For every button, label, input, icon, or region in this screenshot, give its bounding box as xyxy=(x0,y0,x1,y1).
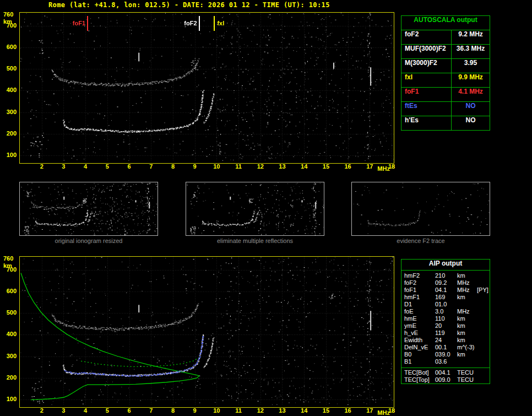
x-tick-label: 5 xyxy=(101,163,114,170)
aip-row-extra xyxy=(477,344,490,351)
aip-row-label: DelN_vE xyxy=(401,344,435,351)
y-axis-max-label: 760 xyxy=(3,11,18,18)
autoscala-rows: foF29.2 MHzMUF(3000)F236.3 MHzM(3000)F23… xyxy=(401,30,490,130)
autoscala-row: M(3000)F23.95 xyxy=(401,59,490,73)
x-tick-label: 9 xyxy=(188,407,202,414)
aip-row: hmE110km xyxy=(401,315,490,322)
aip-separator xyxy=(401,368,490,368)
x-tick-label: 11 xyxy=(232,407,245,414)
autoscala-row-value: 4.1 MHz xyxy=(452,88,490,101)
autoscala-row: ftEsNO xyxy=(401,102,490,116)
aip-panel: AIP output hmF2210kmfoF209.2MHzfoF104.1M… xyxy=(401,259,490,384)
aip-row-label: D1 xyxy=(401,301,435,308)
bottom-ionogram-plot xyxy=(19,256,394,408)
autoscala-panel-title: AUTOSCALA output xyxy=(401,16,490,30)
x-tick-label: 12 xyxy=(254,163,267,170)
aip-row-value: 20 xyxy=(435,322,457,329)
autoscala-row-label: h'Es xyxy=(401,116,452,130)
y-tick-label: 500 xyxy=(2,309,17,316)
thumbnail-eliminate-canvas xyxy=(186,182,324,235)
aip-row-label: Ewidth xyxy=(401,337,435,344)
aip-row-label: h_vE xyxy=(401,329,435,337)
aip-row-value: 24 xyxy=(435,337,457,344)
marker-label-foF1: foF1 xyxy=(61,20,85,26)
aip-row-label: hmF2 xyxy=(401,272,435,279)
top-ionogram-canvas xyxy=(20,13,394,161)
x-tick-label: 5 xyxy=(101,407,114,414)
thumbnail-eliminate-reflections xyxy=(186,182,324,236)
x-tick-label: 17 xyxy=(363,407,376,414)
x-tick-label: 4 xyxy=(79,163,92,170)
aip-tec-row-value: 009.0 xyxy=(435,376,457,383)
x-tick-label: 15 xyxy=(319,407,333,414)
aip-row-unit: m^(-3) xyxy=(457,344,477,351)
aip-row: DelN_vE00.1m^(-3) xyxy=(401,344,490,351)
x-tick-label: 10 xyxy=(210,163,223,170)
aip-row-value: 169 xyxy=(435,294,457,301)
x-tick-label: 11 xyxy=(232,163,245,170)
autoscala-row: fxI9.9 MHz xyxy=(401,73,490,88)
aip-tec-row-unit: TECU xyxy=(457,376,477,383)
x-tick-label: 13 xyxy=(275,407,289,414)
aip-panel-title: AIP output xyxy=(401,260,490,271)
bottom-ionogram-canvas xyxy=(20,257,394,405)
aip-row-value: 00.1 xyxy=(435,344,457,351)
thumbnail-caption: original ionogram resized xyxy=(19,237,158,244)
y-tick-label: 600 xyxy=(2,288,17,294)
thumbnail-original-ionogram xyxy=(19,182,158,236)
y-tick-label: 200 xyxy=(2,374,17,381)
aip-row-unit xyxy=(457,358,477,365)
y-tick-label: 100 xyxy=(2,396,17,402)
autoscala-row-label: foF2 xyxy=(401,30,452,44)
y-tick-label: 300 xyxy=(2,109,17,115)
x-tick-label: 6 xyxy=(123,407,136,414)
x-tick-label: 14 xyxy=(297,163,311,170)
aip-row-value: 09.2 xyxy=(435,279,457,287)
aip-row: hmF1169km xyxy=(401,294,490,301)
aip-row-unit: MHz xyxy=(457,279,477,287)
x-tick-label: 17 xyxy=(363,163,376,170)
aip-row-extra xyxy=(477,308,490,315)
x-tick-label: 8 xyxy=(166,163,180,170)
aip-row-unit: km xyxy=(457,315,477,322)
aip-row-unit: MHz xyxy=(457,308,477,315)
aip-row-unit: km xyxy=(457,337,477,344)
aip-row: B103.6 xyxy=(401,358,490,365)
y-tick-label: 400 xyxy=(2,331,17,337)
autoscala-row-value: 36.3 MHz xyxy=(452,45,490,58)
y-tick-label: 200 xyxy=(2,130,17,137)
aip-tec-row-unit: TECU xyxy=(457,369,477,376)
aip-row-extra xyxy=(477,272,490,279)
x-tick-label: 16 xyxy=(341,407,355,414)
aip-row-label: hmE xyxy=(401,315,435,322)
aip-row-unit: km xyxy=(457,294,477,301)
aip-row-extra xyxy=(477,358,490,365)
thumbnail-caption: eliminate multiple reflections xyxy=(186,237,324,244)
x-tick-label: 7 xyxy=(144,163,158,170)
y-tick-label: 100 xyxy=(2,152,17,158)
autoscala-row: foF14.1 MHz xyxy=(401,88,490,102)
aip-row-unit: km xyxy=(457,351,477,358)
x-tick-label: 3 xyxy=(57,163,70,170)
aip-row: hmF2210km xyxy=(401,272,490,279)
x-tick-label: 10 xyxy=(210,407,223,414)
x-axis-unit-label: MHz xyxy=(377,409,390,416)
aip-row-label: B0 xyxy=(401,351,435,358)
aip-row: Ewidth24km xyxy=(401,337,490,344)
aip-rows: hmF2210kmfoF209.2MHzfoF104.1MHz[PY]hmF11… xyxy=(401,271,490,366)
marker-line-foF2 xyxy=(199,16,200,31)
aip-row-label: foF2 xyxy=(401,279,435,287)
y-tick-label: 700 xyxy=(2,266,17,273)
aip-row-extra xyxy=(477,329,490,337)
marker-label-fxI: fxI xyxy=(217,20,236,26)
aip-row: B0039.0km xyxy=(401,351,490,358)
x-tick-label: 16 xyxy=(341,163,355,170)
autoscala-row-value: 9.9 MHz xyxy=(452,73,490,87)
aip-row-value: 110 xyxy=(435,315,457,322)
autoscala-row-label: ftEs xyxy=(401,102,452,116)
top-ionogram-plot xyxy=(19,12,394,164)
x-tick-label: 12 xyxy=(254,407,267,414)
aip-row-label: ymE xyxy=(401,322,435,329)
thumbnail-caption: evidence F2 trace xyxy=(351,237,490,244)
aip-row-unit: km xyxy=(457,322,477,329)
